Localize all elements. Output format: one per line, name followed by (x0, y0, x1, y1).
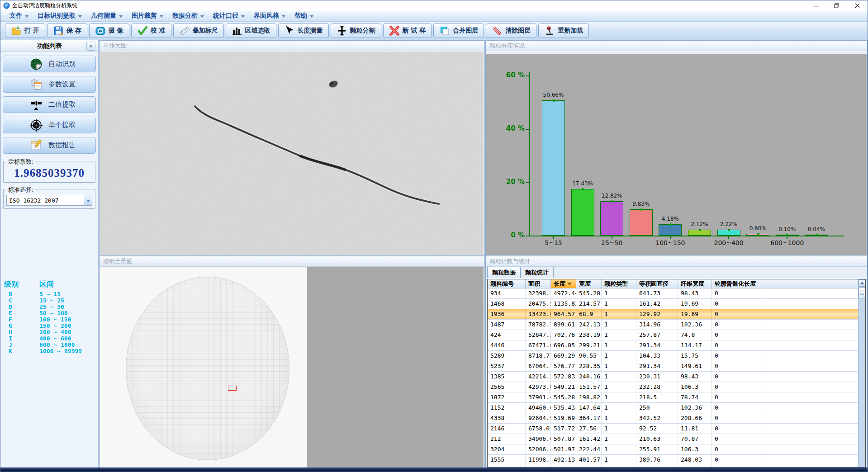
bar-value-label: 0.04% (801, 226, 832, 233)
table-cell: 98.43 (678, 288, 712, 298)
table-cell: 106.3 (678, 444, 712, 454)
table-row[interactable]: 523767064.76576.77228.351291.34149.610 (488, 361, 865, 372)
toolbar-button-2[interactable]: 摄 像 (89, 24, 129, 38)
table-row[interactable]: 320452006.48501.97222.441255.91106.30 (488, 444, 865, 455)
toolbar-button-3[interactable]: 校 准 (131, 24, 171, 38)
toolbar-button-5[interactable]: 区域选取 (226, 24, 276, 38)
table-row[interactable]: 148778782.78899.61242.131314.96102.360 (488, 320, 865, 330)
save-floppy-icon (53, 25, 64, 36)
toolbar-button-0[interactable]: 打 开 (5, 24, 45, 38)
toolbar-button-4[interactable]: 叠加标尺 (173, 24, 224, 38)
table-row[interactable]: 138542214.33572.83240.161230.3198.430 (488, 372, 865, 382)
single-image-panel: 单张大图 (99, 40, 484, 256)
table-row[interactable]: 115249460.6535.43147.641250102.360 (488, 403, 865, 413)
table-cell: 4972.44 (551, 288, 576, 298)
table-scrollbar[interactable] (858, 279, 865, 467)
standard-select[interactable]: ISO 16232-2007 (6, 195, 92, 206)
table-cell: 13423.03 (526, 309, 551, 319)
toolbar-button-10[interactable]: 清除图层 (486, 24, 536, 38)
table-row[interactable]: 256542973.84549.21151.571232.28106.30 (488, 382, 865, 392)
table-row[interactable]: 52898718.77669.2990.551104.3315.750 (488, 351, 865, 361)
statistics-panel: 颗粒计数与统计 颗粒数据颗粒统计 颗料编号面积长度宽度颗粒类型等积圆直径纤维宽度… (485, 256, 868, 468)
table-cell: 364.17 (576, 413, 602, 423)
toolbar-button-11[interactable]: 重新加载 (538, 24, 589, 38)
bar-15~25 (571, 189, 594, 236)
sidebar-collapse-button[interactable]: « (86, 42, 95, 51)
bar-100~150 (659, 224, 682, 236)
chevron-down-icon[interactable] (84, 195, 92, 205)
toolbar-button-1[interactable]: 保 存 (47, 24, 87, 38)
menu-item-4[interactable]: 数据分析 (168, 10, 209, 22)
menu-item-1[interactable]: 目标识别提取 (33, 10, 86, 22)
sidebar-function-4[interactable]: 数据报告 (3, 137, 96, 154)
chevron-down-icon (25, 15, 28, 18)
column-header-2[interactable]: 长度 (551, 279, 576, 288)
tab-1[interactable]: 颗粒统计 (521, 267, 554, 278)
menu-item-6[interactable]: 界面风格 (249, 10, 290, 22)
toolbar-button-9[interactable]: 合并图层 (433, 24, 484, 38)
bar-5~15 (542, 100, 565, 236)
column-header-3[interactable]: 宽度 (576, 279, 602, 288)
table-cell: 255.91 (636, 444, 678, 454)
column-header-7[interactable]: 轮廓骨骼化长度 (712, 279, 765, 288)
toolbar: 打 开保 存摄 像校 准叠加标尺区域选取长度测量颗粒分割新 试 样合并图层清除图… (0, 22, 868, 40)
menu-item-0[interactable]: 文件 (5, 10, 33, 22)
level-row: C15 ~ 25 (4, 297, 95, 304)
table-cell: 576.77 (551, 361, 576, 371)
table-cell: 1 (602, 351, 636, 361)
toolbar-button-7[interactable]: 颗粒分割 (331, 24, 381, 38)
toolbar-button-label: 保 存 (66, 27, 81, 35)
table-cell: 1 (602, 372, 636, 382)
sidebar-function-3[interactable]: 单个提取 (3, 117, 96, 133)
menu-item-2[interactable]: 几何测量 (86, 10, 127, 22)
menu-item-5[interactable]: 统计口径 (209, 10, 249, 22)
minimize-button[interactable] (805, 0, 826, 10)
column-header-5[interactable]: 等积圆直径 (636, 279, 678, 288)
table-cell: 424 (488, 330, 526, 340)
restore-button[interactable] (826, 0, 847, 10)
toolbar-button-8[interactable]: 新 试 样 (383, 24, 432, 38)
table-cell: 0 (712, 361, 765, 371)
table-cell: 1468 (488, 299, 526, 309)
application-window: 全自动清洁度颗粒分析系统 文件目标识别提取几何测量图片裁剪数据分析统计口径界面风… (0, 0, 868, 472)
table-cell: 114.17 (678, 340, 712, 350)
table-cell: 104.33 (636, 351, 678, 361)
table-row[interactable]: 21466758.01517.7227.56192.5211.810 (488, 424, 865, 434)
table-row[interactable]: 93432398...4972.44545.281641.7398.430 (488, 288, 865, 299)
column-header-1[interactable]: 面积 (526, 279, 551, 288)
column-header-4[interactable]: 颗粒类型 (602, 279, 636, 288)
toolbar-button-6[interactable]: 长度测量 (278, 24, 329, 38)
sidebar-function-label: 参数设置 (48, 80, 76, 89)
scroll-up-icon[interactable] (859, 279, 865, 287)
table-cell: 42973.84 (526, 382, 551, 392)
table-row[interactable]: 42452847.36702.76238.191257.8774.80 (488, 330, 865, 340)
table-row[interactable]: 155511998...492.13401.571389.76248.030 (488, 455, 865, 465)
current-view-marker[interactable] (228, 386, 237, 391)
scrollbar-thumb[interactable] (859, 288, 865, 298)
x-tick-label: 100~150 (650, 239, 691, 247)
column-header-0[interactable]: 颗料编号 (488, 279, 526, 288)
table-row[interactable]: 444667471.63696.85299.211291.34114.170 (488, 340, 865, 351)
menu-item-3[interactable]: 图片裁剪 (127, 10, 168, 22)
table-row[interactable]: 21234906.07507.87161.421210.6370.870 (488, 434, 865, 444)
table-body: 93432398...4972.44545.281641.7398.430146… (488, 288, 865, 467)
tab-0[interactable]: 颗粒数据 (487, 267, 521, 278)
sidebar-function-2[interactable]: 二值提取 (3, 96, 96, 113)
table-cell: 149.61 (678, 361, 712, 371)
table-cell: 6758.01 (526, 424, 551, 434)
sidebar-function-0[interactable]: 自动识别 (3, 56, 96, 72)
menu-item-7[interactable]: 帮助 (290, 10, 318, 22)
sidebar-function-1[interactable]: 参数设置 (3, 76, 96, 93)
column-header-6[interactable]: 纤维宽度 (678, 279, 712, 288)
table-row[interactable]: 433892604.94519.69364.171342.52208.660 (488, 413, 865, 424)
table-cell: 517.72 (551, 424, 576, 434)
table-cell: 1 (602, 455, 636, 465)
table-row[interactable]: 146820475.541135.83214.571161.4219.690 (488, 299, 865, 309)
menu-bar: 文件目标识别提取几何测量图片裁剪数据分析统计口径界面风格帮助 (0, 10, 868, 22)
close-button[interactable] (847, 0, 868, 10)
table-row[interactable]: 193613423.03964.5768.91129.9219.690 (488, 309, 865, 320)
panorama-view[interactable] (100, 267, 484, 467)
single-image-view[interactable] (100, 52, 484, 255)
table-cell: 8718.77 (526, 351, 551, 361)
table-row[interactable]: 187237901.45545.28198.821218.578.740 (488, 392, 865, 403)
